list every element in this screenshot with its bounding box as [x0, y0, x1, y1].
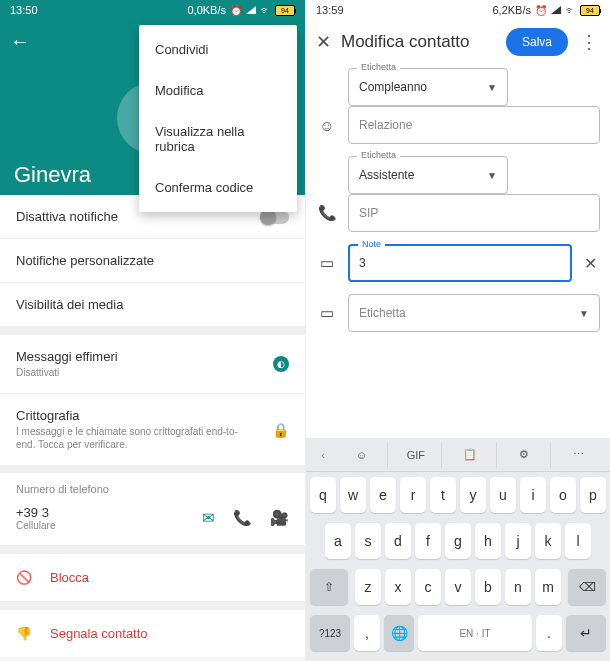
chevron-down-icon: ▼: [487, 170, 497, 181]
signal-icon: [551, 6, 561, 14]
comma-key[interactable]: ,: [354, 615, 380, 651]
kbd-more-icon[interactable]: ⋯: [553, 442, 604, 468]
key-q[interactable]: q: [310, 477, 336, 513]
key-h[interactable]: h: [475, 523, 501, 559]
kbd-clipboard-icon[interactable]: 📋: [444, 442, 496, 468]
alarm-icon: ⏰: [230, 5, 242, 16]
status-bar: 13:50 0,0KB/s ⏰ ᯤ 94: [0, 0, 305, 18]
key-u[interactable]: u: [490, 477, 516, 513]
period-key[interactable]: .: [536, 615, 562, 651]
key-m[interactable]: m: [535, 569, 561, 605]
kbd-row3: ⇧ zxcvbnm ⌫: [306, 564, 610, 610]
key-x[interactable]: x: [385, 569, 411, 605]
ephemeral-icon: ◐: [273, 356, 289, 372]
phone-number: +39 3: [16, 505, 55, 520]
key-z[interactable]: z: [355, 569, 381, 605]
more-icon[interactable]: ⋮: [578, 31, 600, 53]
row-custom-notifications[interactable]: Notifiche personalizzate: [0, 239, 305, 283]
key-r[interactable]: r: [400, 477, 426, 513]
key-d[interactable]: d: [385, 523, 411, 559]
menu-edit[interactable]: Modifica: [139, 70, 297, 111]
chevron-down-icon: ▼: [579, 308, 589, 319]
key-a[interactable]: a: [325, 523, 351, 559]
status-time: 13:50: [10, 4, 38, 16]
battery-icon: 94: [275, 5, 295, 16]
row-media-visibility[interactable]: Visibilità dei media: [0, 283, 305, 327]
row-report[interactable]: 👎 Segnala contatto: [0, 610, 305, 657]
tag-icon: ▭: [314, 304, 340, 322]
relation-icon: ☺: [314, 117, 340, 134]
keyboard: ‹ ☺ GIF 📋 ⚙ ⋯ qwertyuiop asdfghjkl ⇧ zxc…: [306, 438, 610, 661]
row-block[interactable]: 🚫 Blocca: [0, 554, 305, 602]
key-f[interactable]: f: [415, 523, 441, 559]
shift-key[interactable]: ⇧: [310, 569, 348, 605]
clear-note-icon[interactable]: ✕: [580, 254, 600, 273]
birthday-label-dropdown[interactable]: Etichetta Compleanno ▼: [348, 68, 508, 106]
status-net: 0,0KB/s: [187, 4, 226, 16]
menu-view-addressbook[interactable]: Visualizza nella rubrica: [139, 111, 297, 167]
close-icon[interactable]: ✕: [316, 31, 331, 53]
key-s[interactable]: s: [355, 523, 381, 559]
kbd-collapse-icon[interactable]: ‹: [312, 442, 334, 468]
assistant-label-dropdown[interactable]: Etichetta Assistente ▼: [348, 156, 508, 194]
page-title: Modifica contatto: [341, 32, 496, 52]
key-l[interactable]: l: [565, 523, 591, 559]
save-button[interactable]: Salva: [506, 28, 568, 56]
lock-icon: 🔒: [272, 422, 289, 438]
kbd-row2: asdfghjkl: [306, 518, 610, 564]
phone-section-label: Numero di telefono: [0, 473, 305, 499]
kbd-row1: qwertyuiop: [306, 472, 610, 518]
overflow-menu: Condividi Modifica Visualizza nella rubr…: [139, 25, 297, 212]
enter-key[interactable]: ↵: [566, 615, 606, 651]
row-phone: +39 3 Cellulare ✉ 📞 🎥: [0, 499, 305, 546]
sip-icon: 📞: [314, 204, 340, 222]
thumb-down-icon: 👎: [16, 626, 32, 641]
status-net: 6,2KB/s: [492, 4, 531, 16]
relation-field[interactable]: Relazione: [348, 106, 600, 144]
key-j[interactable]: j: [505, 523, 531, 559]
symbols-key[interactable]: ?123: [310, 615, 350, 651]
row-ephemeral-messages[interactable]: Messaggi effimeri Disattivati ◐: [0, 335, 305, 394]
wifi-icon: ᯤ: [260, 4, 271, 16]
key-v[interactable]: v: [445, 569, 471, 605]
call-icon[interactable]: 📞: [233, 509, 252, 527]
key-p[interactable]: p: [580, 477, 606, 513]
block-icon: 🚫: [16, 570, 32, 585]
battery-icon: 94: [580, 5, 600, 16]
back-arrow-icon[interactable]: ←: [10, 30, 30, 53]
kbd-row4: ?123 , 🌐 EN · IT . ↵: [306, 610, 610, 656]
key-k[interactable]: k: [535, 523, 561, 559]
kbd-gif[interactable]: GIF: [390, 442, 442, 468]
key-i[interactable]: i: [520, 477, 546, 513]
key-t[interactable]: t: [430, 477, 456, 513]
chevron-down-icon: ▼: [487, 82, 497, 93]
backspace-key[interactable]: ⌫: [568, 569, 606, 605]
menu-verify-code[interactable]: Conferma codice: [139, 167, 297, 208]
globe-key[interactable]: 🌐: [384, 615, 414, 651]
tag-dropdown[interactable]: Etichetta ▼: [348, 294, 600, 332]
menu-share[interactable]: Condividi: [139, 29, 297, 70]
message-icon[interactable]: ✉: [202, 509, 215, 527]
space-key[interactable]: EN · IT: [418, 615, 532, 651]
kbd-sticker-icon[interactable]: ☺: [336, 442, 388, 468]
video-call-icon[interactable]: 🎥: [270, 509, 289, 527]
note-icon: ▭: [314, 254, 340, 272]
key-w[interactable]: w: [340, 477, 366, 513]
status-time: 13:59: [316, 4, 344, 16]
signal-icon: [246, 6, 256, 14]
row-encryption[interactable]: Crittografia I messaggi e le chiamate so…: [0, 394, 305, 465]
kbd-settings-icon[interactable]: ⚙: [499, 442, 551, 468]
status-bar: 13:59 6,2KB/s ⏰ ᯤ 94: [306, 0, 610, 18]
wifi-icon: ᯤ: [565, 4, 576, 16]
sip-field[interactable]: SIP: [348, 194, 600, 232]
key-o[interactable]: o: [550, 477, 576, 513]
phone-type: Cellulare: [16, 520, 55, 531]
alarm-icon: ⏰: [535, 5, 547, 16]
key-n[interactable]: n: [505, 569, 531, 605]
note-field[interactable]: Note 3: [348, 244, 572, 282]
key-y[interactable]: y: [460, 477, 486, 513]
key-b[interactable]: b: [475, 569, 501, 605]
key-g[interactable]: g: [445, 523, 471, 559]
key-e[interactable]: e: [370, 477, 396, 513]
key-c[interactable]: c: [415, 569, 441, 605]
